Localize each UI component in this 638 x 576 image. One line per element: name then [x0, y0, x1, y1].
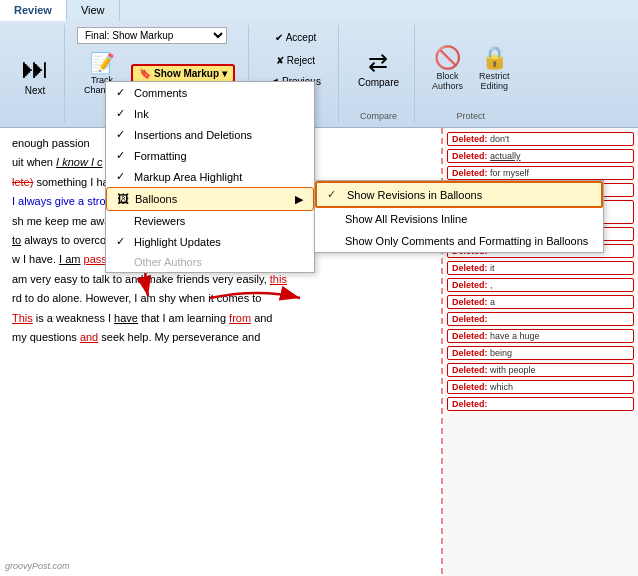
group-tracking: Final: Show Markup 📝 TrackChanges 🔖 Show…: [69, 25, 249, 123]
menu-formatting-label: Formatting: [134, 150, 187, 162]
submenu-comments-formatting-label: Show Only Comments and Formatting in Bal…: [345, 235, 588, 247]
watermark: groovyPost.com: [5, 561, 70, 571]
show-markup-dropdown-menu: ✓ Comments ✓ Ink ✓ Insertions and Deleti…: [105, 81, 315, 273]
submenu-show-revisions-label: Show Revisions in Balloons: [347, 189, 482, 201]
restrict-editing-button[interactable]: 🔒 RestrictEditing: [474, 42, 515, 94]
ribbon-tab-bar: Review View: [0, 0, 638, 21]
menu-balloons-label: Balloons: [135, 193, 177, 205]
menu-item-ink[interactable]: ✓ Ink: [106, 103, 314, 124]
accept-icon: ✔: [275, 32, 283, 43]
balloon-13: Deleted: with people: [447, 363, 634, 377]
submenu-item-comments-formatting[interactable]: Show Only Comments and Formatting in Bal…: [315, 230, 603, 252]
compare-label: Compare: [358, 77, 399, 88]
balloon-10: Deleted:: [447, 312, 634, 326]
menu-item-balloons[interactable]: 🖼 Balloons ▶: [106, 187, 314, 211]
submenu-all-inline-label: Show All Revisions Inline: [345, 213, 467, 225]
show-markup-icon: 🔖: [139, 68, 151, 79]
balloons-icon: 🖼: [117, 192, 129, 206]
tab-view[interactable]: View: [67, 0, 120, 21]
balloons-submenu: ✓ Show Revisions in Balloons Show All Re…: [314, 180, 604, 253]
compare-button[interactable]: ⇄ Compare: [351, 44, 406, 93]
accept-label: Accept: [286, 32, 317, 43]
balloon-12: Deleted: being: [447, 346, 634, 360]
reject-icon: ✘: [276, 55, 284, 66]
balloon-7: Deleted: it: [447, 261, 634, 275]
balloon-8: Deleted: ,: [447, 278, 634, 292]
show-markup-button[interactable]: 🔖 Show Markup ▾: [131, 64, 235, 83]
balloon-15: Deleted:: [447, 397, 634, 411]
reject-label: Reject: [287, 55, 315, 66]
accept-button[interactable]: ✔ Accept: [261, 27, 330, 48]
menu-other-authors-label: Other Authors: [134, 256, 202, 268]
show-markup-label: Show Markup: [154, 68, 219, 79]
ink-check: ✓: [116, 107, 128, 120]
markup-area-check: ✓: [116, 170, 128, 183]
group-compare: ⇄ Compare Compare: [343, 25, 415, 123]
doc-line-9: rd to do alone. However, I am shy when i…: [12, 291, 429, 306]
menu-markup-area-label: Markup Area Highlight: [134, 171, 242, 183]
ribbon: Review View ⏭ Next Final: Show Markup: [0, 0, 638, 128]
doc-line-11: my questions and seek help. My persevera…: [12, 330, 429, 345]
menu-item-insertions[interactable]: ✓ Insertions and Deletions: [106, 124, 314, 145]
balloon-14: Deleted: which: [447, 380, 634, 394]
doc-line-10: This is a weakness I have that I am lear…: [12, 311, 429, 326]
restrict-editing-icon: 🔒: [481, 45, 508, 71]
compare-group-label: Compare: [360, 109, 397, 121]
menu-insertions-label: Insertions and Deletions: [134, 129, 252, 141]
compare-icon: ⇄: [368, 49, 388, 77]
highlight-updates-check: ✓: [116, 235, 128, 248]
block-authors-icon: 🚫: [434, 45, 461, 71]
menu-item-markup-area[interactable]: ✓ Markup Area Highlight: [106, 166, 314, 187]
submenu-item-show-revisions[interactable]: ✓ Show Revisions in Balloons: [315, 181, 603, 208]
balloon-9: Deleted: a: [447, 295, 634, 309]
ribbon-body: ⏭ Next Final: Show Markup 📝 TrackChanges: [0, 21, 638, 127]
balloon-1: Deleted: actually: [447, 149, 634, 163]
track-changes-icon: 📝: [90, 51, 115, 75]
menu-highlight-updates-label: Highlight Updates: [134, 236, 221, 248]
submenu-item-all-inline[interactable]: Show All Revisions Inline: [315, 208, 603, 230]
markup-select[interactable]: Final: Show Markup: [77, 27, 227, 44]
menu-item-comments[interactable]: ✓ Comments: [106, 82, 314, 103]
comments-check: ✓: [116, 86, 128, 99]
balloons-submenu-arrow: ▶: [295, 193, 303, 206]
restrict-editing-label: RestrictEditing: [479, 71, 510, 91]
group-protect: 🚫 BlockAuthors 🔒 RestrictEditing Protect: [419, 25, 523, 123]
next-large-button[interactable]: ⏭ Next: [14, 47, 56, 101]
menu-item-reviewers[interactable]: Reviewers: [106, 211, 314, 231]
insertions-check: ✓: [116, 128, 128, 141]
tab-review[interactable]: Review: [0, 0, 67, 21]
menu-reviewers-label: Reviewers: [134, 215, 185, 227]
show-revisions-check: ✓: [327, 188, 341, 201]
next-large-icon: ⏭: [21, 52, 49, 85]
menu-item-formatting[interactable]: ✓ Formatting: [106, 145, 314, 166]
balloon-11: Deleted: have a huge: [447, 329, 634, 343]
group-next: ⏭ Next: [6, 25, 65, 123]
menu-item-highlight-updates[interactable]: ✓ Highlight Updates: [106, 231, 314, 252]
menu-comments-label: Comments: [134, 87, 187, 99]
balloon-0: Deleted: don't: [447, 132, 634, 146]
next-large-label: Next: [25, 85, 46, 96]
reject-button[interactable]: ✘ Reject: [261, 50, 330, 71]
protect-group-label: Protect: [457, 109, 486, 121]
show-markup-dropdown-arrow: ▾: [222, 68, 227, 79]
block-authors-label: BlockAuthors: [432, 71, 463, 91]
balloon-2: Deleted: for myself: [447, 166, 634, 180]
menu-item-other-authors: Other Authors: [106, 252, 314, 272]
doc-line-8: am very easy to talk to and make friends…: [12, 272, 429, 287]
menu-ink-label: Ink: [134, 108, 149, 120]
block-authors-button[interactable]: 🚫 BlockAuthors: [427, 42, 468, 94]
formatting-check: ✓: [116, 149, 128, 162]
